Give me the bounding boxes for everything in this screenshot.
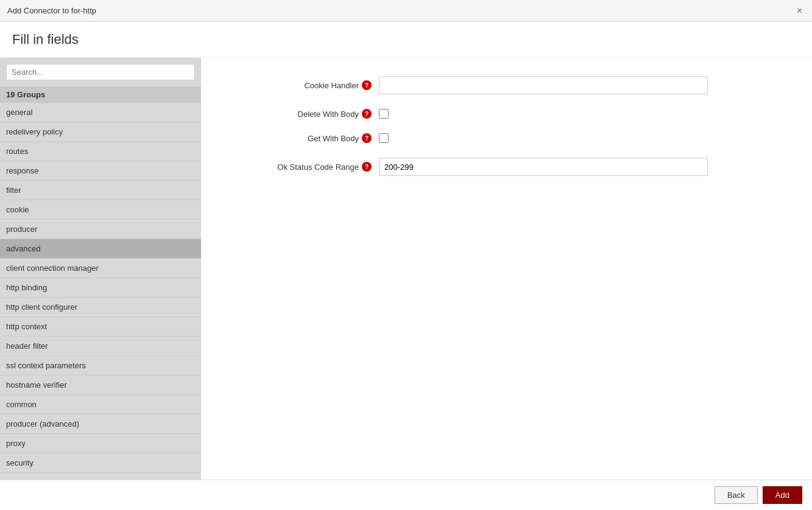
sidebar-item-filter[interactable]: filter [0, 181, 201, 200]
sidebar: 19 Groups generalredelivery policyroutes… [0, 58, 201, 480]
sidebar-item-hostname-verifier[interactable]: hostname verifier [0, 376, 201, 395]
sidebar-item-redelivery-policy[interactable]: redelivery policy [0, 122, 201, 142]
groups-header: 19 Groups [0, 86, 201, 103]
form-label-cookie-handler: Cookie Handler? [238, 80, 372, 90]
sidebar-item-advanced[interactable]: advanced [0, 239, 201, 259]
sidebar-item-response[interactable]: response [0, 161, 201, 181]
close-button[interactable]: × [794, 5, 805, 17]
footer: Back Add [0, 480, 812, 510]
sidebar-item-producer-advanced[interactable]: producer (advanced) [0, 414, 201, 434]
title-bar-text: Add Connector to for-http [7, 6, 96, 15]
page-title: Fill in fields [0, 22, 812, 58]
sidebar-item-general[interactable]: general [0, 103, 201, 122]
sidebar-item-client-connection-manager[interactable]: client connection manager [0, 259, 201, 278]
sidebar-item-proxy[interactable]: proxy [0, 434, 201, 453]
form-row-get-with-body: Get With Body? [238, 133, 775, 143]
form-label-get-with-body: Get With Body? [238, 133, 372, 143]
sidebar-item-producer[interactable]: producer [0, 220, 201, 239]
sidebar-items-container: generalredelivery policyroutesresponsefi… [0, 103, 201, 473]
form-row-delete-with-body: Delete With Body? [238, 109, 775, 119]
add-button[interactable]: Add [763, 486, 802, 504]
checkbox-get-with-body[interactable] [379, 133, 389, 143]
form-label-delete-with-body: Delete With Body? [238, 109, 372, 119]
sidebar-item-http-context[interactable]: http context [0, 317, 201, 337]
help-icon-get-with-body[interactable]: ? [362, 133, 372, 143]
help-icon-ok-status-code-range[interactable]: ? [362, 162, 372, 172]
sidebar-item-http-client-configurer[interactable]: http client configurer [0, 298, 201, 317]
help-icon-cookie-handler[interactable]: ? [362, 80, 372, 90]
sidebar-item-cookie[interactable]: cookie [0, 200, 201, 220]
input-cookie-handler[interactable] [379, 76, 708, 94]
form-label-ok-status-code-range: Ok Status Code Range? [238, 162, 372, 172]
sidebar-item-header-filter[interactable]: header filter [0, 337, 201, 356]
form-row-ok-status-code-range: Ok Status Code Range? [238, 158, 775, 176]
form-row-cookie-handler: Cookie Handler? [238, 76, 775, 94]
help-icon-delete-with-body[interactable]: ? [362, 109, 372, 119]
title-bar: Add Connector to for-http × [0, 0, 812, 22]
sidebar-item-http-binding[interactable]: http binding [0, 278, 201, 298]
sidebar-item-routes[interactable]: routes [0, 142, 201, 161]
content-panel: Cookie Handler?Delete With Body?Get With… [201, 58, 812, 480]
input-ok-status-code-range[interactable] [379, 158, 708, 176]
back-button[interactable]: Back [715, 486, 758, 504]
body-layout: 19 Groups generalredelivery policyroutes… [0, 58, 812, 480]
search-input[interactable] [6, 64, 195, 80]
form-container: Cookie Handler?Delete With Body?Get With… [238, 76, 775, 176]
main-content: Fill in fields 19 Groups generalredelive… [0, 22, 812, 480]
checkbox-delete-with-body[interactable] [379, 109, 389, 119]
sidebar-item-ssl-context-parameters[interactable]: ssl context parameters [0, 356, 201, 376]
sidebar-item-security[interactable]: security [0, 453, 201, 473]
sidebar-item-common[interactable]: common [0, 395, 201, 414]
